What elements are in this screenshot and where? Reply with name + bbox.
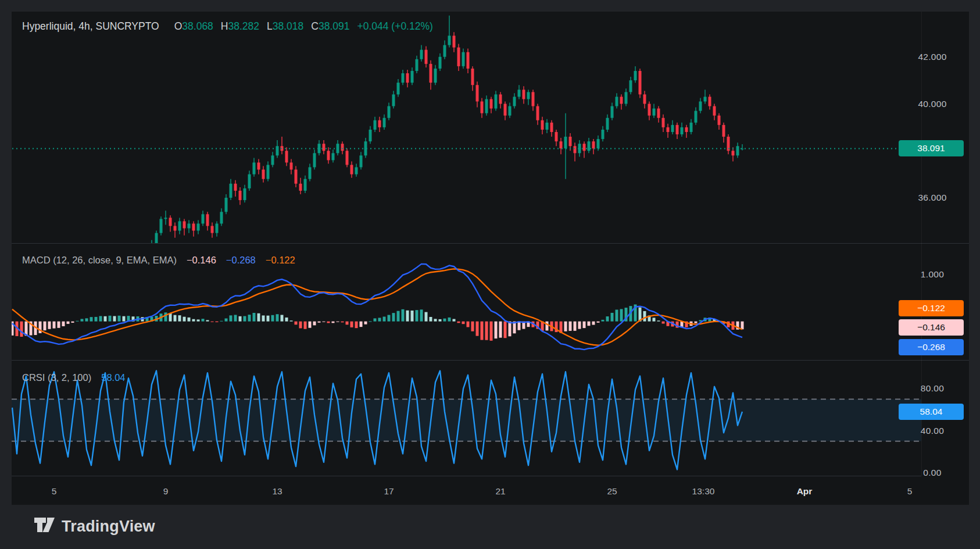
open-label: O (174, 20, 183, 32)
low-value: 38.018 (273, 20, 304, 32)
last-price-badge: 38.091 (899, 140, 964, 156)
macd-line (12, 264, 742, 350)
macd-pane-series (11, 264, 744, 350)
macd-tick-label: 1.000 (921, 269, 944, 280)
crsi-tick-label: 0.00 (923, 468, 941, 478)
chart-legend: Hyperliquid, 4h, SUNCRYPTOO38.068H38.282… (22, 20, 433, 33)
macd-legend: MACD (12, 26, close, 9, EMA, EMA)−0.146−… (22, 255, 295, 266)
time-tick-label: 25 (607, 486, 617, 497)
time-tick-label: 9 (163, 486, 169, 497)
tradingview-logo-text: TradingView (62, 518, 155, 536)
crsi-band (12, 399, 921, 441)
time-tick-label: 17 (384, 486, 394, 497)
chart-canvas[interactable] (0, 0, 980, 549)
macd-title: MACD (12, 26, close, 9, EMA, EMA) (22, 255, 177, 265)
time-tick-label: 5 (52, 486, 57, 497)
tradingview-logo-icon (34, 517, 55, 536)
macd-signal-badge: −0.122 (899, 300, 964, 316)
macd-line-value: −0.268 (226, 255, 256, 265)
time-tick-label: 21 (495, 486, 505, 497)
macd-histogram-value: −0.146 (187, 255, 216, 265)
time-tick-label: 13:30 (692, 486, 715, 497)
macd-signal-line (12, 269, 742, 345)
open-value: 38.068 (182, 20, 213, 32)
crsi-value: 58.04 (101, 372, 125, 383)
close-label: C (311, 20, 319, 32)
macd-signal-value: −0.122 (266, 255, 295, 265)
low-label: L (267, 20, 273, 32)
crsi-title: CRSI (3, 2, 100) (22, 372, 91, 383)
candlestick-series (11, 16, 744, 285)
tradingview-logo[interactable]: TradingView (34, 517, 155, 536)
close-value: 38.091 (319, 20, 350, 32)
price-tick-label: 42.000 (918, 52, 946, 62)
time-tick-label: Apr (797, 486, 813, 497)
macd-histogram-badge: −0.146 (899, 319, 964, 336)
time-tick-label: 13 (272, 486, 282, 497)
change-value: +0.044 (+0.12%) (357, 20, 432, 32)
crsi-tick-label: 80.00 (921, 383, 944, 394)
crsi-legend: CRSI (3, 2, 100)58.04 (22, 372, 126, 383)
crsi-pane-series (12, 371, 921, 470)
high-label: H (221, 20, 228, 32)
crsi-badge: 58.04 (899, 404, 964, 420)
high-value: 38.282 (228, 20, 260, 32)
price-tick-label: 36.000 (918, 192, 946, 203)
time-tick-label: 5 (907, 486, 913, 497)
price-tick-label: 40.000 (918, 99, 946, 109)
symbol-title: Hyperliquid, 4h, SUNCRYPTO (22, 20, 159, 32)
crsi-tick-label: 40.00 (921, 426, 944, 436)
macd-line-badge: −0.268 (899, 339, 964, 355)
